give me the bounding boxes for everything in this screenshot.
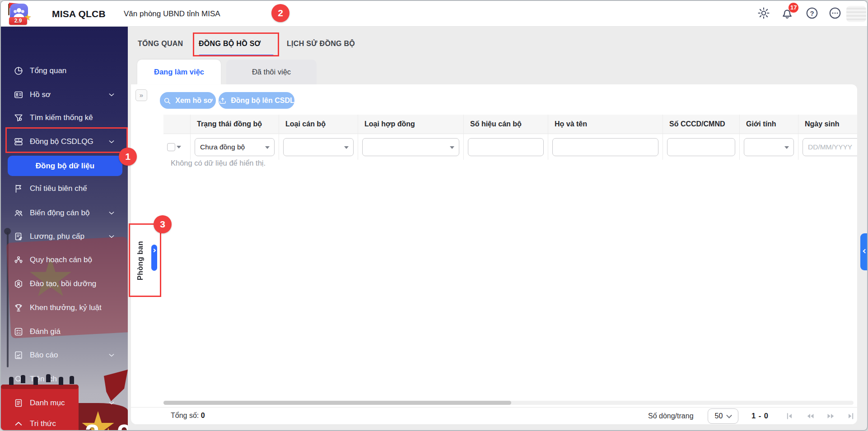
select-caret-icon bbox=[450, 146, 454, 149]
sidebar-item-label: Quy hoạch cán bộ bbox=[30, 255, 92, 264]
expand-panel-button[interactable]: » bbox=[135, 89, 147, 101]
right-panel-toggle[interactable] bbox=[860, 233, 868, 270]
checkbox-dropdown-caret[interactable] bbox=[177, 146, 181, 148]
column-header[interactable]: Trạng thái đồng bộ bbox=[191, 115, 279, 134]
silhouette-person bbox=[70, 376, 74, 384]
last-page-icon[interactable] bbox=[846, 412, 855, 421]
filter-staff-id-input[interactable] bbox=[468, 138, 544, 156]
sidebar-item-dao-tao-boi-duong[interactable]: Đào tạo, bồi dưỡng bbox=[1, 274, 128, 294]
sidebar-item-danh-gia[interactable]: Đánh giá bbox=[1, 322, 128, 342]
chevron-up-icon bbox=[14, 419, 23, 429]
sidebar-item-label: Biến động cán bộ bbox=[30, 209, 89, 218]
tab-lich-su-dong-bo[interactable]: LỊCH SỬ ĐỒNG BỘ bbox=[287, 32, 355, 55]
checklist-icon bbox=[14, 327, 23, 337]
sidebar-item-label: Lương, phụ cấp bbox=[30, 232, 84, 241]
user-avatar[interactable] bbox=[846, 6, 866, 22]
select-all-checkbox[interactable] bbox=[167, 143, 175, 151]
sidebar-item-quy-hoach-can-bo[interactable]: Quy hoạch cán bộ bbox=[1, 250, 128, 270]
filter-checkbox-cell bbox=[163, 134, 191, 160]
filter-cccd-input[interactable] bbox=[667, 138, 735, 156]
chevron-down-icon bbox=[108, 233, 115, 240]
subtab-dang-lam-viec[interactable]: Đang làm việc bbox=[137, 60, 221, 84]
column-header[interactable]: Giới tính bbox=[740, 115, 798, 134]
sidebar-item-label: Báo cáo bbox=[30, 351, 58, 360]
next-page-icon[interactable] bbox=[826, 412, 835, 421]
chevron-down-icon bbox=[108, 399, 115, 407]
filter-full-name-input[interactable] bbox=[552, 138, 658, 156]
filter-dob-input[interactable] bbox=[803, 138, 857, 156]
sidebar-item-danh-muc[interactable]: Danh mục bbox=[1, 393, 128, 413]
horizontal-scrollbar-thumb[interactable] bbox=[163, 401, 511, 405]
sidebar-item-khen-thuong-ky-luat[interactable]: Khen thưởng, kỷ luật bbox=[1, 298, 128, 318]
settings-gear-icon[interactable] bbox=[757, 6, 771, 21]
header-checkbox-cell bbox=[163, 115, 191, 134]
person-badge-icon bbox=[14, 279, 23, 289]
filter-contract-type-select[interactable] bbox=[362, 138, 459, 156]
horizontal-scrollbar-track[interactable] bbox=[163, 401, 854, 405]
svg-text:?: ? bbox=[810, 9, 814, 17]
silhouette-person bbox=[59, 377, 63, 385]
more-options-icon[interactable] bbox=[828, 6, 843, 21]
silhouette-person bbox=[21, 375, 25, 383]
sync-to-csdl-button[interactable]: Đồng bộ lên CSDL bbox=[219, 92, 294, 109]
select-caret-icon bbox=[727, 412, 733, 418]
sidebar-item-ho-so[interactable]: Hồ sơ bbox=[1, 85, 128, 105]
rows-per-page-label: Số dòng/trang bbox=[648, 412, 694, 420]
silhouette-person bbox=[9, 377, 14, 385]
chevron-down-icon bbox=[108, 91, 115, 98]
annotation-circle-step2: 2 bbox=[271, 4, 289, 22]
select-caret-icon bbox=[784, 146, 789, 149]
sidebar-item-tong-quan[interactable]: Tổng quan bbox=[1, 61, 128, 81]
total-count: Tổng số: 0 bbox=[171, 412, 205, 420]
sidebar-item-bao-cao[interactable]: Báo cáo bbox=[1, 345, 128, 365]
report-icon bbox=[14, 350, 23, 360]
annotation-circle-step1: 1 bbox=[119, 148, 137, 166]
column-header[interactable]: Họ và tên bbox=[548, 115, 663, 134]
id-card-icon bbox=[14, 90, 23, 100]
sidebar-item-tim-kiem-thong-ke[interactable]: Tìm kiếm thống kê bbox=[1, 108, 128, 128]
celebration-garland-graphic bbox=[1, 385, 79, 389]
sidebar-item-dong-bo-du-lieu-active[interactable]: Đồng bộ dữ liệu bbox=[8, 156, 122, 176]
table-footer: Tổng số: 0 Số dòng/trang 50 1 - 0 bbox=[131, 407, 857, 424]
first-page-icon[interactable] bbox=[785, 412, 794, 421]
annotation-circle-step3: 3 bbox=[154, 215, 172, 233]
previous-page-icon[interactable] bbox=[806, 412, 815, 421]
pie-chart-icon bbox=[14, 66, 23, 76]
people-icon bbox=[14, 208, 23, 218]
annotation-box-step2 bbox=[193, 32, 279, 56]
table-header-row: Trạng thái đồng bộ Loại cán bộ Loại hợp … bbox=[163, 115, 857, 134]
chevron-left-icon bbox=[863, 249, 868, 254]
table-filter-row: Chưa đồng bộ bbox=[163, 134, 857, 160]
organization-name[interactable]: Văn phòng UBND tỉnh MISA bbox=[124, 9, 220, 19]
column-header[interactable]: Số hiệu cán bộ bbox=[464, 115, 548, 134]
sidebar-item-label: Tri thức bbox=[30, 419, 56, 428]
filter-staff-type-select[interactable] bbox=[283, 138, 354, 156]
column-header[interactable]: Loại cán bộ bbox=[279, 115, 358, 134]
chevron-down-icon bbox=[108, 352, 115, 359]
column-header[interactable]: Ngày sinh bbox=[798, 115, 857, 134]
sidebar-item-label: Đánh giá bbox=[30, 327, 61, 336]
sidebar-item-bien-dong-can-bo[interactable]: Biến động cán bộ bbox=[1, 203, 128, 223]
column-header[interactable]: Loại hợp đồng bbox=[358, 115, 464, 134]
notification-count-badge: 17 bbox=[789, 3, 798, 13]
column-header[interactable]: Số CCCD/CMND bbox=[663, 115, 740, 134]
tab-tong-quan[interactable]: TỔNG QUAN bbox=[138, 32, 183, 55]
logo-version-badge: 2.9 bbox=[9, 17, 27, 25]
records-table: Trạng thái đồng bộ Loại cán bộ Loại hợp … bbox=[163, 115, 857, 160]
view-profile-button[interactable]: Xem hồ sơ bbox=[160, 92, 216, 109]
sidebar-item-luong-phu-cap[interactable]: Lương, phụ cấp bbox=[1, 227, 128, 246]
page-range: 1 - 0 bbox=[751, 412, 769, 420]
search-icon bbox=[163, 97, 171, 105]
subtab-da-thoi-viec[interactable]: Đã thôi việc bbox=[226, 60, 317, 84]
chevron-down-icon bbox=[108, 209, 115, 217]
page-size-select[interactable]: 50 bbox=[708, 408, 738, 424]
small-star-icon: ★ bbox=[102, 426, 116, 431]
app-logo[interactable]: ★ 2.9 bbox=[6, 3, 30, 25]
sidebar-item-chi-tieu-bien-che[interactable]: Chỉ tiêu biên chế bbox=[1, 179, 128, 199]
sidebar-item-label: Đào tạo, bồi dưỡng bbox=[30, 279, 96, 288]
filter-gender-select[interactable] bbox=[744, 138, 794, 156]
sidebar-item-label: Danh mục bbox=[30, 399, 65, 408]
app-window: ★ 2.9 MISA QLCB Văn phòng UBND tỉnh MISA… bbox=[0, 0, 868, 431]
help-icon[interactable]: ? bbox=[805, 6, 820, 21]
filter-sync-status-select[interactable]: Chưa đồng bộ bbox=[195, 138, 275, 156]
